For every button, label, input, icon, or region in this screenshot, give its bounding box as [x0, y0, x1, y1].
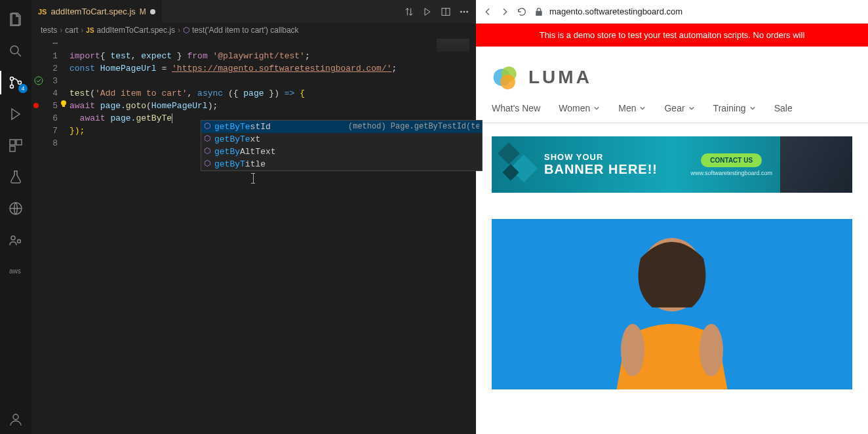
run-icon[interactable] [422, 7, 433, 17]
store-header: LUMA [476, 47, 868, 103]
tab-filename: addItemToCart.spec.js [50, 7, 135, 16]
live-share-icon[interactable] [0, 226, 31, 254]
accounts-icon[interactable] [0, 405, 31, 434]
symbol-method-icon: ⬡ [204, 133, 210, 146]
svg-point-18 [61, 100, 66, 106]
promo-shapes-icon [496, 140, 543, 187]
page-content: SHOW YOUR BANNER HERE!! CONTACT US www.s… [476, 123, 868, 403]
source-control-icon[interactable]: 4 [0, 68, 31, 97]
scm-badge: 4 [18, 84, 28, 93]
back-icon[interactable] [483, 7, 493, 17]
reload-icon[interactable] [517, 7, 527, 17]
svg-rect-4 [10, 140, 15, 145]
run-debug-icon[interactable] [0, 100, 31, 128]
svg-point-9 [18, 240, 21, 243]
symbol-method-icon: ⬡ [204, 146, 210, 158]
promo-line1: SHOW YOUR [544, 152, 658, 162]
minimap[interactable] [437, 39, 469, 52]
svg-rect-20 [536, 11, 542, 15]
forward-icon[interactable] [500, 7, 510, 17]
remote-icon[interactable] [0, 194, 31, 223]
url-box[interactable]: magento.softwaretestingboard.com [534, 7, 861, 17]
code-content[interactable]: import{ test, expect } from '@playwright… [69, 37, 476, 434]
breakpoint-icon[interactable] [31, 101, 41, 110]
chevron-down-icon [593, 105, 600, 111]
browser-window: magento.softwaretestingboard.com This is… [476, 0, 868, 434]
split-icon[interactable] [441, 7, 451, 17]
nav-gear[interactable]: Gear [664, 103, 694, 113]
suggestion-item[interactable]: ⬡ getByAltText [201, 146, 482, 158]
vscode-window: 4 aws JS addItemToCart.spec.js [0, 0, 476, 434]
nav-women[interactable]: Women [559, 103, 600, 113]
tab-bar: JS addItemToCart.spec.js M [31, 0, 476, 23]
svg-point-0 [10, 46, 18, 54]
editor-actions [397, 7, 476, 17]
js-file-icon: JS [38, 8, 47, 16]
svg-rect-5 [16, 140, 22, 145]
search-icon[interactable] [0, 37, 31, 66]
chevron-down-icon [688, 105, 695, 111]
svg-point-8 [11, 236, 15, 240]
js-file-icon: JS [86, 27, 94, 34]
suggestion-item[interactable]: ⬡ getByTestId (method) Page.getByTestId(… [201, 121, 482, 133]
promo-url: www.softwaretestingboard.com [690, 170, 772, 176]
hero-person-image [580, 219, 764, 389]
nav-men[interactable]: Men [618, 103, 646, 113]
contact-button[interactable]: CONTACT US [701, 153, 762, 167]
url-text: magento.softwaretestingboard.com [549, 7, 682, 16]
editor-tab[interactable]: JS addItemToCart.spec.js M [31, 0, 162, 23]
aws-icon[interactable]: aws [0, 257, 31, 286]
nav-sale[interactable]: Sale [774, 103, 793, 113]
text-cursor-icon [253, 173, 254, 184]
address-bar: magento.softwaretestingboard.com [476, 0, 868, 24]
svg-rect-6 [10, 146, 15, 151]
suggestion-item[interactable]: ⬡ getByText [201, 133, 482, 146]
luma-logo-icon [492, 64, 519, 91]
svg-rect-24 [498, 142, 520, 165]
testing-icon[interactable] [0, 163, 31, 191]
svg-point-2 [10, 85, 14, 89]
nav-whats-new[interactable]: What's New [492, 103, 540, 113]
explorer-icon[interactable] [0, 5, 31, 34]
svg-point-13 [460, 11, 462, 12]
lightbulb-icon[interactable] [60, 100, 69, 109]
svg-point-29 [700, 324, 723, 376]
demo-banner: This is a demo store to test your test a… [476, 24, 868, 47]
extensions-icon[interactable] [0, 131, 31, 160]
compare-icon[interactable] [404, 7, 414, 17]
code-editor[interactable]: ⋯ 1 2 3 4 5 6 7 8 import{ test, expect }… [31, 37, 476, 434]
breadcrumb-segment[interactable]: cart [65, 26, 78, 35]
svg-point-17 [33, 103, 39, 108]
svg-point-11 [13, 414, 18, 420]
breadcrumb[interactable]: tests › cart › JS addItemToCart.spec.js … [31, 23, 476, 37]
chevron-down-icon [639, 105, 646, 111]
intellisense-popup[interactable]: ⬡ getByTestId (method) Page.getByTestId(… [201, 120, 483, 171]
svg-point-16 [35, 77, 43, 85]
svg-point-1 [10, 77, 14, 81]
suggestion-item[interactable]: ⬡ getByTitle [201, 158, 482, 170]
svg-rect-19 [62, 105, 65, 107]
symbol-method-icon: ⬡ [183, 26, 189, 35]
chevron-down-icon [749, 105, 756, 111]
more-icon[interactable] [459, 7, 469, 17]
editor-main: JS addItemToCart.spec.js M tests › cart … [31, 0, 476, 434]
breadcrumb-segment[interactable]: addItemToCart.spec.js [97, 26, 175, 35]
breadcrumb-segment[interactable]: tests [41, 26, 57, 35]
logo-text: LUMA [528, 67, 592, 88]
promo-line2: BANNER HERE!! [544, 162, 658, 177]
modified-indicator: M [140, 7, 146, 16]
promo-handshake-image [780, 136, 852, 193]
symbol-method-icon: ⬡ [204, 158, 210, 170]
unsaved-dot-icon [150, 9, 155, 14]
svg-text:aws: aws [9, 267, 21, 275]
hero-banner[interactable] [492, 219, 852, 389]
line-gutter: ⋯ 1 2 3 4 5 6 7 8 [31, 37, 69, 434]
breadcrumb-segment[interactable]: test('Add item to cart') callback [192, 26, 299, 35]
promo-banner[interactable]: SHOW YOUR BANNER HERE!! CONTACT US www.s… [492, 136, 852, 193]
symbol-method-icon: ⬡ [204, 121, 210, 133]
run-test-glyph[interactable] [34, 76, 43, 85]
svg-point-15 [467, 11, 468, 12]
lock-icon [534, 7, 544, 17]
nav-training[interactable]: Training [713, 103, 756, 113]
luma-logo[interactable]: LUMA [492, 64, 852, 91]
